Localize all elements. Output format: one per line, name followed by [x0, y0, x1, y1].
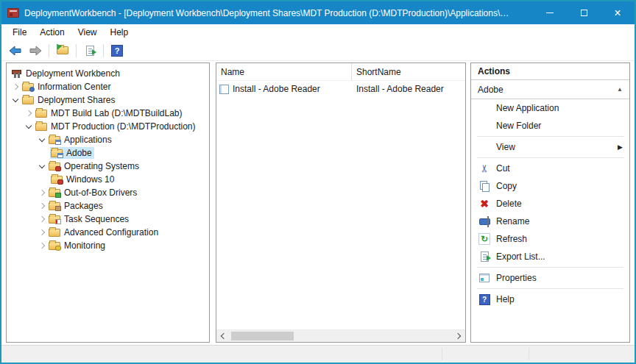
tree-item-mdt-build-lab[interactable]: MDT Build Lab (D:\MDTBuildLab): [7, 107, 209, 120]
folder-applications-icon: [51, 149, 63, 157]
tree-item-label: Task Sequences: [64, 214, 129, 224]
actions-section-adobe[interactable]: Adobe ▲: [471, 80, 629, 99]
menu-help[interactable]: Help: [104, 25, 135, 40]
results-pane: Name ShortName Install - Adobe Reader In…: [216, 63, 466, 343]
action-copy[interactable]: Copy: [471, 177, 629, 195]
tree-item-deployment-shares[interactable]: Deployment Shares: [7, 93, 209, 107]
folder-tasks-icon: [49, 215, 60, 224]
back-button[interactable]: [7, 43, 24, 59]
action-label: Copy: [496, 181, 517, 191]
chevron-right-icon[interactable]: [10, 82, 21, 92]
toolbar-separator: [76, 44, 77, 57]
export-list-icon: [86, 46, 94, 56]
menu-view[interactable]: View: [71, 25, 104, 40]
action-refresh[interactable]: ↻ Refresh: [471, 230, 629, 248]
chevron-right-icon[interactable]: [37, 227, 48, 238]
tree-item-label: Adobe: [66, 148, 92, 158]
chevron-right-icon[interactable]: [37, 201, 48, 211]
folder-icon: [22, 96, 34, 104]
action-label: New Folder: [496, 121, 541, 131]
folder-os-icon: [51, 176, 63, 184]
workbench-icon: [11, 68, 22, 79]
folder-info-icon: [22, 83, 34, 91]
export-list-icon: [481, 251, 489, 262]
scrollbar-thumb[interactable]: [231, 332, 294, 340]
list-header: Name ShortName: [216, 63, 465, 81]
action-new-folder[interactable]: New Folder: [471, 117, 629, 135]
title-bar[interactable]: DeploymentWorkbench - [Deployment Workbe…: [1, 1, 635, 24]
list-item-shortname: Install - Adobe Reader: [352, 84, 465, 94]
chevron-right-icon[interactable]: [37, 188, 48, 198]
tree-item-label: Applications: [64, 135, 112, 145]
back-icon: [9, 46, 22, 56]
maximize-button[interactable]: [567, 1, 601, 24]
minimize-button[interactable]: [533, 1, 567, 24]
tree-item-deployment-workbench[interactable]: Deployment Workbench: [7, 67, 209, 80]
tree-item-label: Deployment Workbench: [26, 68, 120, 79]
tree-item-task-sequences[interactable]: Task Sequences: [7, 213, 209, 226]
action-export-list[interactable]: Export List...: [471, 248, 629, 265]
action-properties[interactable]: Properties: [471, 269, 629, 287]
scroll-right-icon[interactable]: [453, 330, 465, 342]
action-rename[interactable]: Rename: [471, 213, 629, 230]
window-title: DeploymentWorkbench - [Deployment Workbe…: [24, 8, 510, 18]
tree-item-mdt-production[interactable]: MDT Production (D:\MDTProduction): [7, 120, 209, 133]
status-bar-divider: [442, 348, 442, 360]
menu-bar: File Action View Help: [1, 24, 635, 40]
main-area: Deployment Workbench Information Center …: [1, 61, 635, 345]
action-help[interactable]: ? Help: [471, 290, 629, 308]
scroll-left-icon[interactable]: [216, 330, 229, 342]
menu-action[interactable]: Action: [33, 25, 71, 40]
column-header-name[interactable]: Name: [216, 63, 352, 80]
chevron-right-icon[interactable]: [37, 214, 48, 224]
action-label: Delete: [496, 199, 522, 209]
chevron-down-icon[interactable]: [24, 121, 35, 132]
help-button[interactable]: ?: [108, 43, 126, 59]
folder-packages-icon: [49, 202, 60, 210]
actions-separator: [477, 157, 623, 158]
console-tree-pane: Deployment Workbench Information Center …: [6, 63, 210, 343]
action-label: Help: [496, 294, 515, 304]
action-new-application[interactable]: New Application: [471, 99, 629, 117]
chevron-down-icon[interactable]: [10, 95, 21, 105]
app-icon: [7, 8, 19, 18]
menu-file[interactable]: File: [6, 25, 33, 40]
folder-applications-icon: [49, 136, 60, 144]
folder-drivers-icon: [49, 189, 60, 197]
tree-item-monitoring[interactable]: Monitoring: [7, 239, 209, 252]
action-delete[interactable]: ✖ Delete: [471, 195, 629, 213]
close-button[interactable]: ×: [601, 1, 635, 24]
show-console-tree-button[interactable]: [54, 43, 71, 59]
chevron-right-icon[interactable]: [37, 240, 48, 251]
tree-item-operating-systems[interactable]: Operating Systems: [7, 160, 209, 173]
tree-item-packages[interactable]: Packages: [7, 199, 209, 213]
tree-item-adobe[interactable]: Adobe: [7, 146, 209, 160]
list-item-install-adobe-reader[interactable]: Install - Adobe Reader Install - Adobe R…: [216, 81, 465, 97]
horizontal-scrollbar[interactable]: [216, 329, 465, 342]
toolbar-separator: [103, 44, 104, 57]
forward-button[interactable]: [26, 43, 44, 59]
export-list-button[interactable]: [81, 43, 99, 59]
actions-separator: [477, 136, 623, 137]
actions-separator: [477, 267, 623, 268]
tree-item-applications[interactable]: Applications: [7, 133, 209, 146]
delete-icon: ✖: [480, 198, 489, 210]
folder-icon: [35, 110, 47, 118]
help-icon: ?: [479, 294, 490, 305]
show-console-tree-icon: [57, 46, 68, 54]
tree-item-advanced-configuration[interactable]: Advanced Configuration: [7, 226, 209, 239]
chevron-down-icon[interactable]: [37, 161, 48, 171]
refresh-icon: ↻: [478, 233, 490, 245]
tree-item-label: Packages: [64, 201, 103, 211]
action-cut[interactable]: ✂ Cut: [471, 160, 629, 177]
collapse-section-icon[interactable]: ▲: [617, 86, 623, 93]
column-header-shortname[interactable]: ShortName: [352, 63, 465, 80]
action-label: Rename: [496, 216, 529, 226]
status-bar-divider: [529, 348, 529, 360]
tree-item-out-of-box-drivers[interactable]: Out-of-Box Drivers: [7, 186, 209, 199]
chevron-down-icon[interactable]: [37, 135, 48, 145]
chevron-right-icon[interactable]: [24, 108, 35, 118]
action-view[interactable]: View ▶: [471, 138, 629, 156]
tree-item-information-center[interactable]: Information Center: [7, 80, 209, 93]
tree-item-windows-10[interactable]: Windows 10: [7, 173, 209, 186]
